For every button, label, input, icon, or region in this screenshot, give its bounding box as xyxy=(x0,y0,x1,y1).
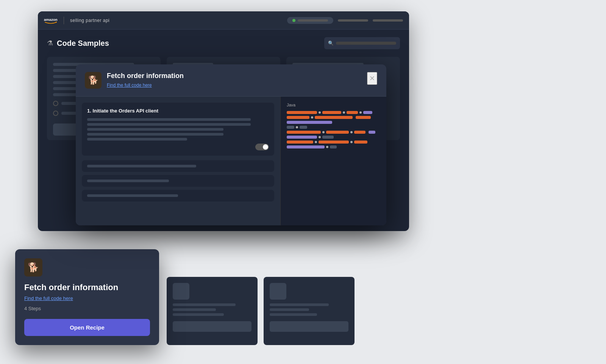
toggle-track[interactable] xyxy=(255,144,269,150)
modal-icon: 🐕 xyxy=(85,72,102,89)
seg-dot xyxy=(322,131,325,133)
seg xyxy=(322,111,341,114)
amazon-logo: amazon xyxy=(44,16,58,25)
bc-line xyxy=(270,313,317,316)
toggle-thumb xyxy=(263,144,268,150)
seg xyxy=(287,126,294,129)
seg-dot xyxy=(315,141,317,143)
seg xyxy=(354,131,365,134)
search-bar[interactable]: 🔍 xyxy=(324,37,400,49)
modal-header: 🐕 Fetch order information Find the full … xyxy=(76,64,386,97)
search-icon: 🔍 xyxy=(328,41,334,46)
status-dot xyxy=(292,19,295,22)
modal-code-panel: Java xyxy=(280,97,386,225)
step-nav-line xyxy=(87,180,169,182)
seg xyxy=(315,116,353,119)
step-nav-4[interactable] xyxy=(82,190,274,202)
seg-dot xyxy=(326,146,328,148)
code-row-6 xyxy=(287,136,380,139)
seg xyxy=(287,131,321,134)
recipe-card-icon: 🐕 xyxy=(24,258,42,277)
radio-circle xyxy=(53,111,58,116)
seg-dot xyxy=(350,141,353,143)
code-line xyxy=(87,133,223,136)
seg xyxy=(287,136,317,139)
seg xyxy=(369,131,375,134)
search-input-placeholder xyxy=(336,42,396,45)
seg xyxy=(330,145,337,148)
step-section-active: 1. Initiate the Orders API client xyxy=(82,103,274,156)
bottom-card-1[interactable] xyxy=(167,277,258,345)
seg-dot xyxy=(343,111,345,114)
brand-tagline: selling partner api xyxy=(70,18,109,23)
seg xyxy=(322,136,334,139)
code-lines xyxy=(87,118,269,141)
step-nav-line xyxy=(87,194,178,197)
bc-line xyxy=(270,308,309,311)
seg-dot xyxy=(311,116,313,119)
nav-btn-1 xyxy=(338,19,368,22)
seg xyxy=(287,121,332,124)
seg-dot xyxy=(296,126,298,128)
modal-title-area: Fetch order information Find the full co… xyxy=(107,72,184,88)
seg-dot xyxy=(319,111,321,114)
open-recipe-button[interactable]: Open Recipe xyxy=(24,319,150,336)
modal-close-button[interactable]: ✕ xyxy=(367,72,377,85)
bc-thumb-2 xyxy=(270,283,286,300)
recipe-icon-emoji: 🐕 xyxy=(28,262,39,273)
modal-title: Fetch order information xyxy=(107,72,184,80)
browser-topbar: amazon selling partner api xyxy=(38,11,409,30)
modal-body: 1. Initiate the Orders API client xyxy=(76,97,386,225)
seg xyxy=(287,145,325,148)
code-line xyxy=(87,118,251,121)
flask-icon: ⚗ xyxy=(47,39,53,47)
code-row-5 xyxy=(287,131,380,134)
nav-pill[interactable] xyxy=(287,17,333,24)
bc-lines-2 xyxy=(270,303,348,316)
bottom-card-2[interactable] xyxy=(264,277,355,345)
radio-circle xyxy=(53,101,58,106)
bc-btn-1[interactable] xyxy=(173,321,251,332)
bc-line xyxy=(173,313,224,316)
seg xyxy=(287,141,313,144)
brand-divider xyxy=(64,17,64,24)
svg-text:amazon: amazon xyxy=(44,17,58,22)
bc-line xyxy=(173,308,216,311)
step-nav-line xyxy=(87,165,196,167)
step-nav-2[interactable] xyxy=(82,160,274,172)
seg xyxy=(356,116,371,119)
seg xyxy=(287,116,309,119)
step-toggle xyxy=(87,144,269,150)
seg xyxy=(326,131,349,134)
code-row-3 xyxy=(287,121,380,124)
bc-btn-2[interactable] xyxy=(270,321,348,332)
amazon-logo-svg: amazon xyxy=(44,16,58,25)
seg xyxy=(347,111,358,114)
page-title: Code Samples xyxy=(57,39,109,48)
modal-icon-emoji: 🐕 xyxy=(88,75,98,85)
page-header: ⚗ Code Samples 🔍 xyxy=(47,37,400,49)
bc-lines-1 xyxy=(173,303,251,316)
code-rows xyxy=(287,111,380,148)
seg xyxy=(300,126,307,129)
browser-controls xyxy=(287,17,403,24)
code-row-4 xyxy=(287,126,380,129)
code-line xyxy=(87,128,223,131)
seg-dot xyxy=(350,131,353,133)
code-line xyxy=(87,123,251,126)
seg xyxy=(287,111,317,114)
brand-area: amazon selling partner api xyxy=(44,16,109,25)
code-row-8 xyxy=(287,145,380,148)
recipe-card-link[interactable]: Find the full code here xyxy=(24,295,150,301)
bc-line xyxy=(173,303,236,306)
code-row-1 xyxy=(287,111,380,114)
page-title-area: ⚗ Code Samples xyxy=(47,39,109,48)
seg-dot xyxy=(359,111,362,114)
modal-link[interactable]: Find the full code here xyxy=(107,83,152,88)
step-nav-3[interactable] xyxy=(82,175,274,187)
bottom-cards xyxy=(167,277,355,345)
recipe-card-title: Fetch order information xyxy=(24,283,150,292)
seg xyxy=(354,141,367,144)
step-title: 1. Initiate the Orders API client xyxy=(87,108,269,114)
modal-overlay: 🐕 Fetch order information Find the full … xyxy=(76,64,386,225)
